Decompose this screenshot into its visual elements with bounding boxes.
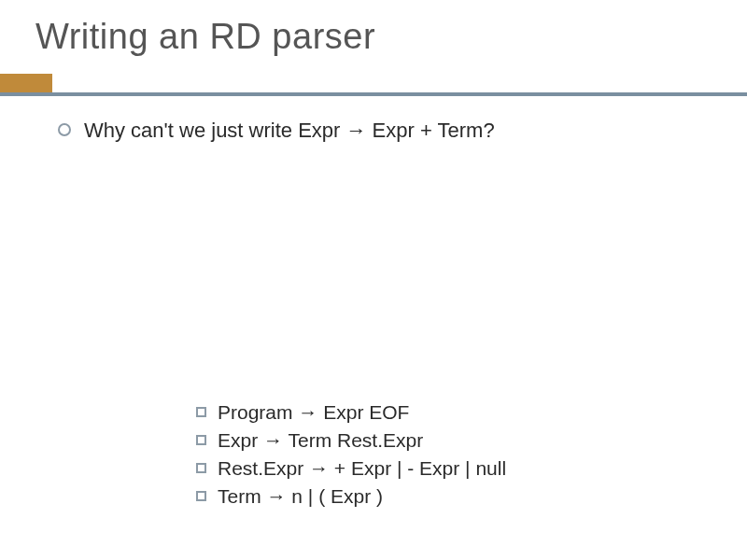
- list-item: Program → Expr EOF: [196, 401, 506, 424]
- title-underline: [0, 92, 747, 96]
- circle-bullet-icon: [58, 123, 71, 136]
- square-bullet-icon: [196, 435, 206, 445]
- list-item: Expr → Term Rest.Expr: [196, 429, 506, 452]
- grammar-list: Program → Expr EOF Expr → Term Rest.Expr…: [196, 401, 506, 513]
- main-bullet-text: Why can't we just write Expr → Expr + Te…: [84, 119, 495, 143]
- square-bullet-icon: [196, 491, 206, 501]
- square-bullet-icon: [196, 407, 206, 417]
- grammar-rule-text: Term → n | ( Expr ): [218, 485, 383, 508]
- slide-title: Writing an RD parser: [35, 17, 719, 57]
- square-bullet-icon: [196, 463, 206, 473]
- title-rule: [28, 74, 719, 98]
- slide: Writing an RD parser Why can't we just w…: [0, 0, 747, 560]
- grammar-rule-text: Program → Expr EOF: [218, 401, 409, 424]
- grammar-rule-text: Rest.Expr → + Expr | - Expr | null: [218, 457, 506, 480]
- list-item: Rest.Expr → + Expr | - Expr | null: [196, 457, 506, 480]
- title-accent-bar: [0, 74, 52, 92]
- grammar-rule-text: Expr → Term Rest.Expr: [218, 429, 423, 452]
- list-item: Term → n | ( Expr ): [196, 485, 506, 508]
- main-bullet-item: Why can't we just write Expr → Expr + Te…: [58, 119, 719, 143]
